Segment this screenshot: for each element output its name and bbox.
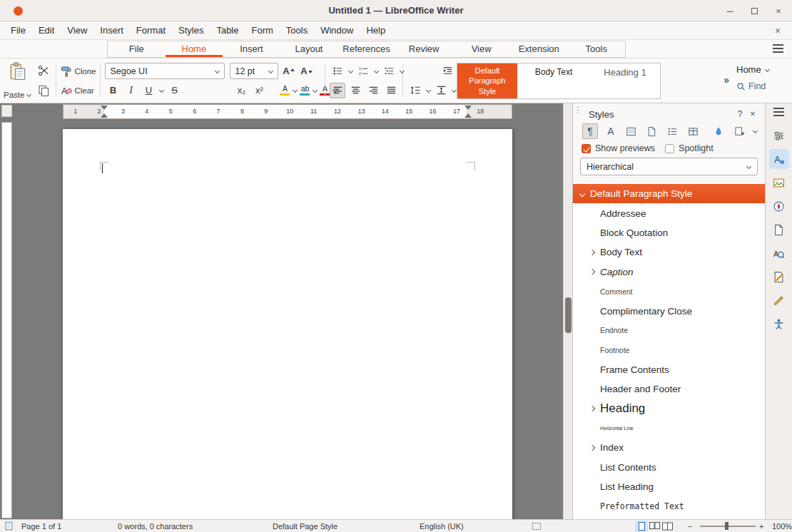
font-size-combobox[interactable]: 12 pt: [230, 63, 278, 79]
style-item-endnote[interactable]: Endnote: [573, 321, 765, 340]
close-document-button[interactable]: ×: [771, 21, 785, 39]
view-book-button[interactable]: [661, 521, 674, 532]
chevron-right-icon[interactable]: [589, 250, 595, 255]
statusbar-doc-icon-button[interactable]: [4, 520, 14, 532]
underline-button[interactable]: U: [141, 83, 156, 98]
menu-item[interactable]: Table: [210, 21, 245, 39]
frame-styles-button[interactable]: [624, 123, 639, 139]
style-item-default-paragraph-style[interactable]: Default Paragraph Style: [573, 184, 765, 203]
menu-item[interactable]: Edit: [32, 21, 61, 39]
paragraph-styles-button[interactable]: ¶: [582, 123, 598, 139]
show-previews-checkbox[interactable]: [582, 144, 591, 153]
toolbar-overflow-button[interactable]: »: [724, 74, 729, 86]
document-page[interactable]: [63, 129, 512, 519]
shrink-font-button[interactable]: A: [298, 63, 314, 79]
sidebar-deck-navigator[interactable]: [769, 196, 789, 216]
zoom-in-button[interactable]: +: [759, 520, 763, 532]
page-style-status[interactable]: Default Page Style: [273, 520, 337, 532]
strikethrough-button[interactable]: S: [166, 83, 182, 98]
tab-review[interactable]: Review: [395, 41, 453, 57]
chevron-down-icon[interactable]: [347, 68, 353, 74]
scrollbar-thumb[interactable]: [565, 297, 572, 333]
spotlight-checkbox[interactable]: [665, 144, 674, 153]
vertical-ruler[interactable]: [1, 122, 12, 518]
tab-file[interactable]: File: [108, 41, 166, 57]
line-spacing-button[interactable]: [407, 83, 423, 98]
cut-button[interactable]: [36, 63, 51, 78]
style-item-index[interactable]: Index: [573, 438, 765, 457]
chevron-right-icon[interactable]: [589, 445, 595, 451]
chevron-down-icon[interactable]: [579, 190, 585, 196]
style-item-list-contents[interactable]: List Contents: [573, 457, 765, 476]
grow-font-button[interactable]: A: [280, 63, 296, 79]
fill-format-mode-button[interactable]: [711, 123, 726, 139]
left-indent-marker[interactable]: [101, 105, 108, 118]
sidebar-deck-styles[interactable]: A: [769, 149, 789, 169]
chevron-down-icon[interactable]: [292, 88, 298, 93]
chevron-down-icon[interactable]: [399, 68, 405, 74]
sidebar-deck-accessibility-check[interactable]: [769, 314, 789, 334]
panel-grip-handle[interactable]: ⋮: [574, 106, 582, 113]
style-preview-heading-1[interactable]: Heading 1: [590, 63, 660, 98]
style-preview-default-paragraph-style[interactable]: Default Paragraph Style: [457, 63, 517, 98]
bullet-list-button[interactable]: [330, 63, 345, 79]
menu-item[interactable]: File: [4, 21, 32, 39]
sidebar-deck-properties[interactable]: [769, 126, 789, 145]
tab-extension[interactable]: Extension: [510, 41, 568, 57]
menu-item[interactable]: Styles: [172, 21, 210, 39]
style-item-heading[interactable]: Heading: [573, 399, 765, 418]
style-filter-dropdown[interactable]: Hierarchical: [580, 158, 758, 175]
style-preview-body-text[interactable]: Body Text: [517, 63, 590, 98]
character-styles-button[interactable]: A: [603, 123, 619, 139]
style-item-block-quotation[interactable]: Block Quotation: [573, 223, 765, 242]
paragraph-spacing-button[interactable]: [433, 83, 449, 98]
find-button[interactable]: Find: [736, 81, 788, 91]
chevron-down-icon[interactable]: [332, 88, 337, 93]
style-item-addressee[interactable]: Addressee: [573, 203, 765, 222]
table-styles-button[interactable]: [685, 123, 701, 139]
style-item-footnote[interactable]: Footnote: [573, 340, 765, 359]
menu-item[interactable]: Insert: [93, 21, 130, 39]
selection-mode-status[interactable]: [532, 520, 542, 532]
tab-references[interactable]: References: [337, 41, 395, 57]
paste-button[interactable]: Paste: [4, 61, 31, 99]
sidebar-deck-style-inspector[interactable]: A: [769, 243, 789, 263]
style-item-preformatted-text[interactable]: Preformatted Text: [573, 496, 765, 516]
copy-button[interactable]: [36, 83, 51, 98]
notebookbar-menu-button[interactable]: [773, 44, 783, 55]
maximize-button[interactable]: [748, 3, 761, 19]
page-styles-button[interactable]: [644, 123, 660, 139]
page-count-status[interactable]: Page 1 of 1: [21, 520, 61, 532]
tab-view[interactable]: View: [452, 41, 510, 57]
home-context-menu[interactable]: Home: [736, 64, 788, 75]
view-single-page-button[interactable]: [635, 521, 648, 532]
zoom-out-button[interactable]: −: [688, 520, 692, 532]
style-item-complimentary-close[interactable]: Complimentary Close: [573, 301, 765, 320]
clone-formatting-button[interactable]: Clone: [61, 62, 96, 80]
menu-item[interactable]: Help: [360, 21, 392, 39]
chevron-right-icon[interactable]: [589, 269, 595, 275]
menu-item[interactable]: Form: [245, 21, 279, 39]
clear-formatting-button[interactable]: A Clear: [61, 81, 96, 99]
sidebar-deck-design[interactable]: [769, 290, 789, 310]
style-item-frame-contents[interactable]: Frame Contents: [573, 360, 765, 379]
list-styles-button[interactable]: [665, 123, 681, 139]
view-multiple-pages-button[interactable]: [648, 521, 661, 532]
outline-list-button[interactable]: [381, 63, 397, 79]
style-item-list-heading[interactable]: List Heading: [573, 477, 765, 496]
close-button[interactable]: ×: [772, 3, 785, 19]
tab-layout[interactable]: Layout: [280, 41, 338, 57]
increase-indent-button[interactable]: [440, 63, 455, 79]
style-item-horizontal-line[interactable]: Horizontal Line: [573, 419, 765, 438]
bold-button[interactable]: B: [105, 83, 121, 98]
sidebar-deck-manage-changes[interactable]: [769, 267, 789, 287]
sidebar-deck-gallery[interactable]: [769, 173, 789, 193]
menu-item[interactable]: Window: [314, 21, 360, 39]
menu-item[interactable]: Format: [130, 21, 172, 39]
align-center-button[interactable]: [347, 83, 363, 98]
menu-item[interactable]: Tools: [280, 21, 314, 39]
tab-tools[interactable]: Tools: [568, 41, 626, 57]
new-style-from-selection-button[interactable]: [731, 123, 747, 139]
style-item-caption[interactable]: Caption: [573, 262, 765, 282]
sidebar-settings-button[interactable]: [773, 108, 784, 118]
